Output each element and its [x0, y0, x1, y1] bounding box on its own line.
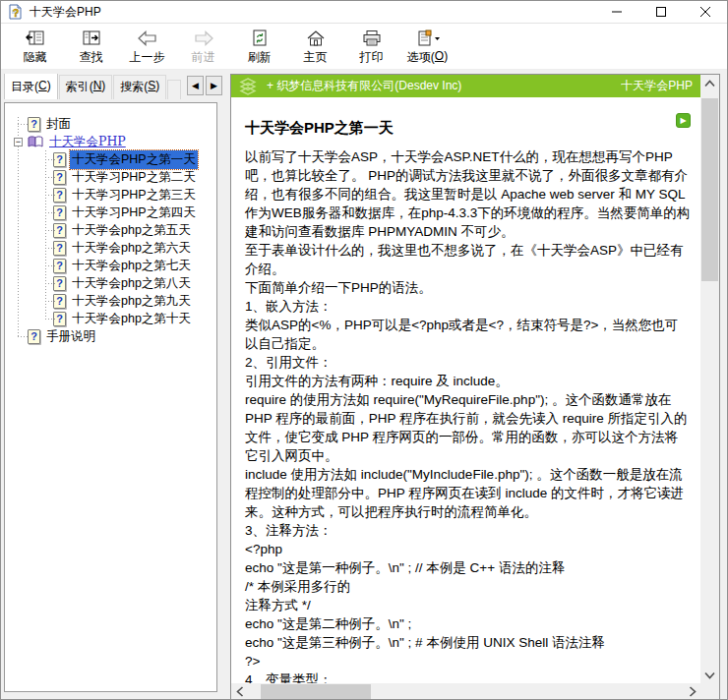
tab-index-label: 索引( [66, 79, 93, 95]
tree-item-label-selected[interactable]: 十天学会PHP之第一天 [70, 150, 198, 169]
tree-item-label[interactable]: 十天学习PHP之第二天 [70, 168, 198, 187]
tree-item-label[interactable]: 十天学习PHP之第三天 [70, 186, 198, 204]
tree-item-label[interactable]: 十天学会php之第五天 [70, 221, 193, 240]
refresh-button[interactable]: 刷新 [231, 28, 287, 69]
main-area: 目录(C) 索引(N) 搜索(S) ◀ ▶ [1, 70, 728, 700]
home-button[interactable]: 主页 [287, 28, 343, 69]
hide-label: 隐藏 [24, 49, 47, 66]
help-topic-icon: ? [53, 276, 66, 291]
help-topic-icon: ? [53, 170, 66, 185]
navigation-pane: 目录(C) 索引(N) 搜索(S) ◀ ▶ [1, 70, 230, 700]
hide-icon [26, 28, 45, 49]
help-topic-icon: ? [53, 188, 66, 203]
tree-item-cover[interactable]: ? 封面 [5, 115, 216, 133]
topic-code-line: 注释方式 */ [245, 596, 691, 614]
tab-partial[interactable] [167, 80, 181, 99]
locate-button[interactable]: 查找 [63, 28, 119, 69]
tree-item-day3[interactable]: ? 十天学习PHP之第三天 [5, 186, 216, 204]
tree-item-label[interactable]: 手册说明 [44, 327, 97, 346]
locate-label: 查找 [80, 49, 103, 66]
help-topic-icon: ? [53, 152, 66, 167]
tree-item-day10[interactable]: ? 十天学会php之第十天 [5, 310, 216, 327]
back-icon [137, 28, 158, 49]
chevron-right-icon [689, 686, 697, 697]
chevron-right-icon: ▶ [211, 81, 217, 90]
tree-item-label[interactable]: 十天学会PHP [47, 133, 128, 151]
tree-item-label[interactable]: 十天学会php之第九天 [70, 292, 193, 311]
collapse-icon[interactable]: − [14, 138, 23, 146]
maximize-icon [656, 7, 666, 17]
scroll-up-button[interactable] [700, 75, 719, 91]
vertical-scroll-thumb[interactable] [701, 98, 718, 281]
options-icon [415, 28, 441, 49]
close-button[interactable] [683, 1, 727, 23]
tree-item-label[interactable]: 十天学会php之第八天 [70, 274, 193, 293]
play-icon: ▶ [680, 116, 686, 125]
tree-item-day6[interactable]: ? 十天学会php之第六天 [5, 239, 216, 257]
topic-content[interactable]: ▶ 十天学会PHP之第一天 以前写了十天学会ASP，十天学会ASP.NET什么的… [231, 97, 700, 683]
vertical-scrollbar[interactable] [700, 75, 719, 683]
tab-contents-label: 目录( [11, 79, 38, 95]
tab-index[interactable]: 索引(N) [59, 75, 113, 99]
topic-paragraph: 3、注释方法： [245, 521, 691, 540]
scroll-left-button[interactable] [231, 683, 248, 700]
tab-scroll-right-button[interactable]: ▶ [206, 76, 222, 95]
print-button[interactable]: 打印 [343, 28, 399, 69]
tree-item-day8[interactable]: ? 十天学会php之第八天 [5, 274, 216, 292]
hide-button[interactable]: 隐藏 [7, 28, 63, 69]
options-button[interactable]: 选项(O) [399, 28, 455, 69]
tab-search[interactable]: 搜索(S) [113, 75, 166, 99]
topic-code-line: ?> [245, 652, 691, 671]
chevron-down-icon [704, 671, 715, 679]
topic-code-line: /* 本例采用多行的 [245, 577, 691, 596]
tree-item-label[interactable]: 十天学会php之第七天 [70, 257, 193, 275]
help-viewer-window: ? 十天学会PHP 隐藏 查找 [0, 0, 728, 700]
tree-item-day2[interactable]: ? 十天学习PHP之第二天 [5, 168, 216, 186]
back-label: 上一步 [130, 49, 165, 66]
help-document-icon: ? [8, 4, 24, 20]
tree-item-day9[interactable]: ? 十天学会php之第九天 [5, 292, 216, 310]
home-icon [306, 28, 326, 49]
horizontal-scroll-thumb[interactable] [261, 684, 371, 699]
company-name: + 织梦信息科技有限公司(Desdev Inc) [267, 78, 621, 94]
refresh-label: 刷新 [248, 49, 272, 66]
forward-button[interactable]: 前进 [175, 28, 231, 69]
topic-code-line: <?php [245, 540, 691, 558]
tree-item-manual-notes[interactable]: ? 手册说明 [5, 327, 216, 345]
toolbar: 隐藏 查找 上一步 前进 刷新 [1, 25, 727, 70]
close-icon [700, 7, 710, 17]
topic-title: 十天学会PHP之第一天 [245, 119, 691, 138]
topic-paragraph: 2、引用文件： [245, 353, 691, 372]
minimize-icon [612, 7, 622, 17]
tab-scroll-left-button[interactable]: ◀ [187, 76, 204, 95]
scroll-right-button[interactable] [684, 683, 700, 700]
chevron-up-icon [704, 80, 715, 88]
options-label-key: O [435, 49, 444, 66]
tab-contents[interactable]: 目录(C) [4, 74, 58, 99]
tree-item-label[interactable]: 十天学习PHP之第四天 [70, 204, 198, 222]
tree-item-label[interactable]: 十天学会php之第六天 [70, 239, 193, 258]
refresh-icon [251, 28, 269, 49]
forward-icon [193, 28, 214, 49]
back-button[interactable]: 上一步 [119, 28, 175, 69]
chevron-left-icon: ◀ [192, 81, 199, 90]
tree-item-day4[interactable]: ? 十天学习PHP之第四天 [5, 204, 216, 221]
topic-header: + 织梦信息科技有限公司(Desdev Inc) 十天学会PHP [231, 75, 700, 97]
tab-search-label: 搜索( [120, 79, 148, 95]
horizontal-scrollbar[interactable] [231, 683, 700, 700]
tree-item-label[interactable]: 十天学会php之第十天 [70, 310, 193, 328]
chevron-left-icon [236, 686, 244, 697]
options-label-pre: 选项( [407, 49, 435, 66]
tree-item-day7[interactable]: ? 十天学会php之第七天 [5, 257, 216, 274]
topic-paragraph: require 的使用方法如 require("MyRequireFile.ph… [245, 390, 691, 465]
tree-item-book[interactable]: − 十天学会PHP [5, 133, 216, 150]
tree-item-label[interactable]: 封面 [44, 115, 73, 134]
minimize-button[interactable] [594, 1, 638, 23]
tree-item-day5[interactable]: ? 十天学会php之第五天 [5, 221, 216, 239]
maximize-button[interactable] [638, 1, 683, 23]
scroll-down-button[interactable] [700, 667, 719, 683]
window-title: 十天学会PHP [30, 4, 101, 21]
tree-item-day1[interactable]: ? 十天学会PHP之第一天 [5, 150, 216, 168]
print-icon [362, 28, 382, 49]
play-button[interactable]: ▶ [676, 113, 691, 128]
